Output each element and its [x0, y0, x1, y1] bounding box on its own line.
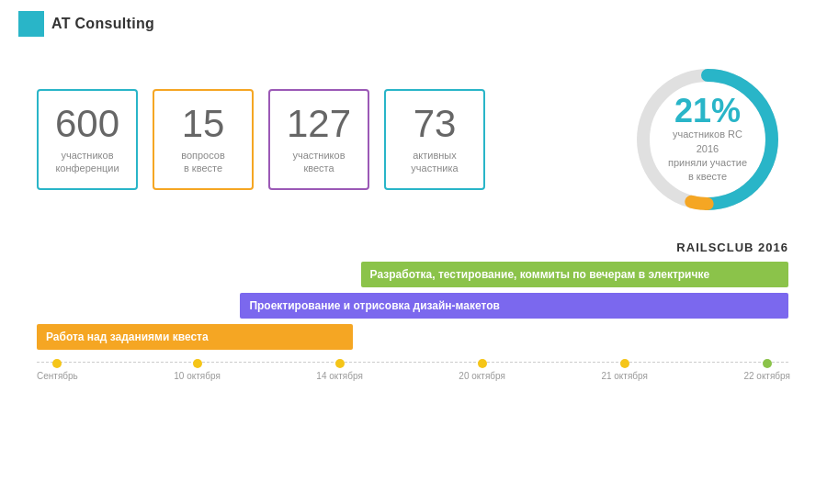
donut-chart: 21% участников RC 2016приняли участиев к… [625, 57, 790, 222]
timeline-section: RAILSCLUB 2016 Разработка, тестирование,… [0, 222, 827, 390]
axis-dot-5 [763, 359, 772, 368]
stat-label-1: вопросовв квесте [181, 149, 225, 175]
stat-box-questions: 15 вопросовв квесте [153, 89, 254, 190]
axis-label-5: 22 октября [743, 359, 790, 381]
donut-center: 21% участников RC 2016приняли участиев к… [662, 95, 753, 185]
stat-box-participants: 600 участниковконференции [37, 89, 138, 190]
stat-box-active: 73 активныхучастника [384, 89, 485, 190]
stat-label-0: участниковконференции [55, 149, 119, 175]
axis-dot-0 [52, 359, 62, 368]
stat-number-2: 127 [287, 105, 351, 143]
stat-boxes: 600 участниковконференции 15 вопросовв к… [37, 89, 485, 190]
stat-label-2: участниковквеста [292, 149, 345, 175]
donut-percent: 21% [674, 95, 741, 128]
donut-label: участников RC 2016приняли участиев квест… [662, 128, 753, 185]
axis-dot-2 [335, 359, 345, 368]
axis-label-2: 14 октября [316, 359, 363, 381]
logo-icon [18, 11, 44, 37]
stat-number-3: 73 [414, 105, 457, 143]
bar-green: Разработка, тестирование, коммиты по веч… [361, 262, 788, 287]
axis-label-4: 21 октября [601, 359, 648, 381]
bar-orange: Работа над заданиями квеста [37, 324, 353, 350]
header: AT Consulting [0, 0, 827, 48]
railsclub-title: RAILSCLUB 2016 [37, 241, 790, 254]
stat-number-0: 600 [55, 105, 119, 143]
timeline-container: Разработка, тестирование, коммиты по веч… [37, 262, 790, 381]
axis-dot-4 [620, 359, 629, 368]
axis-dot-3 [478, 359, 487, 368]
stat-label-3: активныхучастника [411, 149, 458, 175]
logo-text: AT Consulting [51, 16, 154, 32]
bar-purple: Проектирование и отрисовка дизайн-макето… [240, 293, 788, 319]
axis-label-3: 20 октября [459, 359, 505, 381]
stat-number-1: 15 [182, 105, 225, 143]
stats-section: 600 участниковконференции 15 вопросовв к… [0, 48, 827, 222]
axis-labels: Сентябрь 10 октября 14 октября 20 октябр… [37, 359, 790, 381]
axis-label-1: 10 октября [174, 359, 221, 381]
axis-label-0: Сентябрь [37, 359, 78, 381]
bar-orange-label: Работа над заданиями квеста [46, 330, 209, 343]
axis-dot-1 [193, 359, 202, 368]
bar-purple-label: Проектирование и отрисовка дизайн-макето… [249, 299, 500, 312]
bar-green-label: Разработка, тестирование, коммиты по веч… [370, 268, 710, 281]
stat-box-quest-participants: 127 участниковквеста [268, 89, 369, 190]
